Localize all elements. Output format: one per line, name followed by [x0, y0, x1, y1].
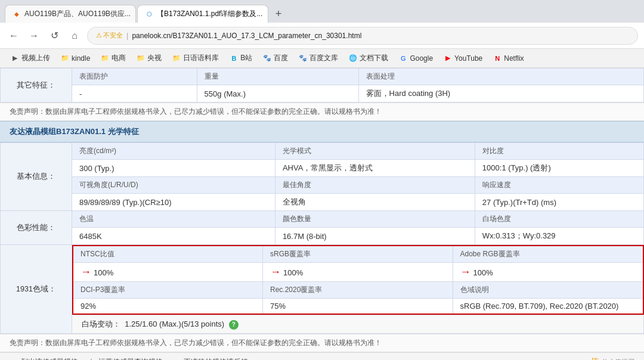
- gamut-header-row: NTSC比值 sRGB覆盖率 Adobe RGB覆盖率: [73, 246, 643, 263]
- color-temp-label: 色温: [72, 211, 275, 228]
- kindle-icon: 📁: [61, 54, 69, 63]
- top-section: 其它特征： 表面防护 重量 表面处理 - 550g (Max.) 雾面，Hard…: [0, 68, 644, 121]
- baidu-icon: 🐾: [263, 54, 271, 63]
- bookmark-google[interactable]: G Google: [394, 52, 438, 64]
- white-field-row: 白场变动： 1.25/1.60 (Max.)(5/13 points) ?: [1, 315, 644, 334]
- dcip3-value: 92%: [73, 299, 263, 315]
- color-perf-label: 色彩性能：: [1, 211, 72, 245]
- white-field-info-icon[interactable]: ?: [229, 320, 239, 330]
- top-table: 其它特征： 表面防护 重量 表面处理 - 550g (Max.) 雾面，Hard…: [0, 68, 644, 103]
- surface-treatment-label: 表面处理: [358, 69, 643, 85]
- new-tab-button[interactable]: +: [270, 5, 287, 23]
- bookmark-netflix-label: Netflix: [504, 54, 524, 63]
- tab-bar: ◆ AUO119B产品、AUO119B供应... ✕ ⬡ 【B173ZAN01.…: [0, 0, 644, 23]
- adobe-rgb-coverage-label: Adobe RGB覆盖率: [453, 246, 643, 263]
- doc-icon: 🌐: [349, 54, 357, 63]
- ntsc-value: →100%: [73, 263, 263, 282]
- bookmarks-bar: ▶ 视频上传 📁 kindle 📁 电商 📁 央视 📁 日语语料库 B B站 🐾…: [0, 49, 644, 68]
- bookmark-google-label: Google: [410, 54, 433, 63]
- response-speed-value: 27 (Typ.)(Tr+Td) (ms): [475, 194, 643, 211]
- color-count-value: 16.7M (8-bit): [275, 228, 475, 245]
- video-upload-icon: ▶: [11, 54, 19, 63]
- bookmark-japanese[interactable]: 📁 日语语料库: [168, 51, 224, 65]
- brightness-value: 300 (Typ.): [72, 160, 275, 177]
- best-angle-value: 全视角: [275, 194, 475, 211]
- bookmark-youtube[interactable]: ▶ YouTube: [439, 52, 487, 64]
- optical-disclaimer: 免责声明：数据由屏库电子工程师依据规格书录入，已尽力减少错误，但不能保证参数的完…: [0, 334, 644, 352]
- gamut-label: 1931色域：: [1, 245, 72, 334]
- basic-info-row-3: 可视角度(L/R/U/D) 最佳角度 响应速度: [1, 177, 644, 194]
- gamut-note-label: 色域说明: [453, 282, 643, 299]
- tab-2[interactable]: ⬡ 【B173ZAN01.1.pdf详细参数及... ✕: [137, 5, 268, 23]
- bookmark-japanese-label: 日语语料库: [183, 53, 219, 63]
- white-point-value: Wx:0.313；Wy:0.329: [475, 228, 643, 245]
- bookmark-netflix[interactable]: N Netflix: [488, 52, 528, 64]
- arrow-srgb: →: [270, 266, 281, 278]
- japanese-icon: 📁: [172, 54, 181, 63]
- page-content: 其它特征： 表面防护 重量 表面处理 - 550g (Max.) 雾面，Hard…: [0, 68, 644, 360]
- cctv-icon: 📁: [137, 54, 145, 63]
- bottom-bar-item-1[interactable]: ← 列出该传感器规格: [10, 357, 78, 360]
- bottom-bar-item-3-label: ← 不准确的规格请反馈: [172, 357, 248, 360]
- bookmark-doc[interactable]: 🌐 文档下载: [344, 51, 393, 65]
- weight-label: 重量: [197, 69, 358, 85]
- logo-text: 什么值得买: [602, 358, 634, 360]
- tab-1[interactable]: ◆ AUO119B产品、AUO119B供应... ✕: [5, 5, 136, 23]
- color-perf-row-2: 6485K 16.7M (8-bit) Wx:0.313；Wy:0.329: [1, 228, 644, 245]
- bookmark-ecommerce-label: 电商: [112, 53, 126, 63]
- contrast-label: 对比度: [475, 143, 643, 160]
- address-separator: |: [126, 31, 128, 40]
- bookmark-baidu-wenku[interactable]: 🐾 百度文库: [294, 51, 343, 65]
- ntsc-label: NTSC比值: [73, 246, 263, 263]
- dcip3-label: DCI-P3覆盖率: [73, 282, 263, 299]
- bookmark-cctv[interactable]: 📁 央视: [132, 51, 166, 65]
- brightness-label: 亮度(cd/m²): [72, 143, 275, 160]
- insecure-icon: ⚠: [96, 32, 102, 39]
- bookmark-baidu[interactable]: 🐾 百度: [258, 51, 293, 65]
- white-point-label: 白场色度: [475, 211, 643, 228]
- bookmark-kindle[interactable]: 📁 kindle: [56, 52, 95, 64]
- basic-info-label: 基本信息：: [1, 143, 72, 211]
- top-disclaimer: 免责声明：数据由屏库电子工程师依据规格书录入，已尽力减少错误，但不能保证参数的完…: [0, 103, 644, 121]
- surface-treatment-value: 雾面，Hard coating (3H): [358, 85, 643, 103]
- bookmark-ecommerce[interactable]: 📁 电商: [96, 51, 131, 65]
- bookmark-doc-label: 文档下载: [360, 53, 388, 63]
- bottom-bar: ← 列出该传感器规格 ☆ 运营传感器查询规格 ← 不准确的规格请反馈 值 什么值…: [0, 352, 644, 360]
- address-bar: ← → ↺ ⌂ ⚠ 不安全 | panelook.cn/B173ZAN01.1_…: [0, 23, 644, 49]
- google-icon: G: [399, 54, 407, 63]
- tab-2-favicon: ⬡: [145, 10, 153, 18]
- viewing-angle-value: 89/89/89/89 (Typ.)(CR≥10): [72, 194, 275, 211]
- insecure-label: 不安全: [103, 31, 123, 40]
- home-button[interactable]: ⌂: [67, 28, 82, 44]
- reload-button[interactable]: ↺: [47, 28, 62, 44]
- rec2020-value: 75%: [263, 299, 453, 315]
- rec2020-label: Rec.2020覆盖率: [263, 282, 453, 299]
- forward-button[interactable]: →: [26, 28, 42, 44]
- tab-1-favicon: ◆: [13, 10, 21, 18]
- weight-value: 550g (Max.): [197, 85, 358, 103]
- viewing-angle-label: 可视角度(L/R/U/D): [72, 177, 275, 194]
- bookmark-video-upload-label: 视频上传: [21, 53, 50, 63]
- bookmark-kindle-label: kindle: [72, 54, 90, 63]
- gamut-values-row-1: →100% →100% →100%: [73, 263, 643, 282]
- srgb-coverage-value: →100%: [263, 263, 453, 282]
- bookmark-video-upload[interactable]: ▶ 视频上传: [6, 51, 55, 65]
- bottom-bar-item-2[interactable]: ☆ 运营传感器查询规格: [88, 357, 163, 360]
- tab-2-label: 【B173ZAN01.1.pdf详细参数及...: [157, 9, 262, 19]
- color-perf-row-1: 色彩性能： 色温 颜色数量 白场色度: [1, 211, 644, 228]
- address-input[interactable]: ⚠ 不安全 | panelook.cn/B173ZAN01.1_AUO_17.3…: [87, 27, 638, 45]
- bookmark-bsite[interactable]: B B站: [225, 51, 257, 65]
- ecommerce-icon: 📁: [101, 54, 109, 63]
- insecure-badge: ⚠ 不安全: [96, 31, 123, 40]
- browser-frame: ◆ AUO119B产品、AUO119B供应... ✕ ⬡ 【B173ZAN01.…: [0, 0, 644, 68]
- bookmark-youtube-label: YouTube: [454, 54, 482, 63]
- surface-protection-label: 表面防护: [72, 69, 197, 85]
- adobe-rgb-coverage-value: →100%: [453, 263, 643, 282]
- basic-info-row-2: 300 (Typ.) AHVA，常黑显示，透射式 1000:1 (Typ.) (…: [1, 160, 644, 177]
- basic-info-row-4: 89/89/89/89 (Typ.)(CR≥10) 全视角 27 (Typ.)(…: [1, 194, 644, 211]
- bottom-bar-item-3[interactable]: ← 不准确的规格请反馈: [172, 357, 248, 360]
- back-button[interactable]: ←: [6, 28, 21, 44]
- tab-1-label: AUO119B产品、AUO119B供应...: [24, 9, 131, 19]
- contrast-value: 1000:1 (Typ.) (透射): [475, 160, 643, 177]
- gamut-note-value: sRGB (Rec.709, BT.709), Rec.2020 (BT.202…: [453, 299, 643, 315]
